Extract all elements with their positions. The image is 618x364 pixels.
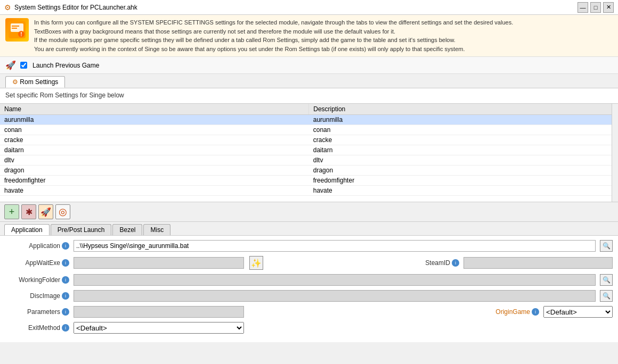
application-input[interactable] bbox=[74, 240, 596, 252]
rom-settings-tab[interactable]: ⚙ Rom Settings bbox=[5, 76, 65, 88]
discimage-browse-button[interactable]: 🔍 bbox=[600, 290, 613, 302]
steamid-input[interactable] bbox=[464, 257, 613, 269]
launch-icon: 🚀 bbox=[40, 207, 51, 217]
application-browse-button[interactable]: 🔍 bbox=[600, 240, 613, 252]
add-button[interactable]: + bbox=[4, 204, 19, 219]
minimize-button[interactable]: — bbox=[578, 2, 588, 13]
info-text: In this form you can configure all the S… bbox=[34, 18, 513, 53]
row-description: aurunmilla bbox=[309, 115, 618, 125]
origingame-info[interactable]: i bbox=[532, 308, 539, 316]
discimage-info[interactable]: i bbox=[62, 292, 69, 300]
table-row[interactable]: crackecracke bbox=[0, 135, 618, 145]
plus-icon: + bbox=[9, 206, 15, 218]
tab-misc[interactable]: Misc bbox=[143, 224, 170, 235]
parameters-info[interactable]: i bbox=[62, 308, 69, 316]
row-name: daitarn bbox=[0, 145, 309, 155]
sparkle-button[interactable]: ✨ bbox=[249, 256, 263, 270]
exitmethod-label: ExitMethod i bbox=[5, 324, 69, 332]
workingfolder-browse-button[interactable]: 🔍 bbox=[600, 274, 613, 286]
target-button[interactable]: ◎ bbox=[55, 204, 70, 219]
close-button[interactable]: ✕ bbox=[603, 2, 614, 13]
svg-text:!: ! bbox=[20, 31, 22, 37]
appwaitexe-input[interactable] bbox=[74, 257, 244, 269]
discimage-label: DiscImage i bbox=[5, 292, 69, 300]
workingfolder-input[interactable] bbox=[74, 274, 596, 286]
parameters-input[interactable] bbox=[74, 306, 244, 318]
table-container[interactable]: Name Description aurunmillaaurunmillacon… bbox=[0, 104, 618, 202]
steamid-info[interactable]: i bbox=[452, 259, 459, 267]
maximize-button[interactable]: □ bbox=[590, 2, 601, 13]
row-name: aurunmilla bbox=[0, 115, 309, 125]
table-row[interactable]: havatehavate bbox=[0, 186, 618, 196]
steamid-label: SteamID i bbox=[425, 259, 459, 267]
appwaitexe-info[interactable]: i bbox=[62, 259, 69, 267]
application-info[interactable]: i bbox=[62, 242, 69, 250]
title-left: ⚙ System Settings Editor for PCLauncher.… bbox=[4, 3, 137, 12]
titlebar: ⚙ System Settings Editor for PCLauncher.… bbox=[0, 0, 618, 15]
row-name: freedomfighter bbox=[0, 176, 309, 186]
launch-previous-checkbox[interactable] bbox=[20, 62, 27, 69]
origingame-label: OriginGame i bbox=[495, 308, 539, 316]
parameters-label: Parameters i bbox=[5, 308, 69, 316]
app-icon: ⚙ bbox=[4, 3, 11, 12]
workingfolder-info[interactable]: i bbox=[62, 276, 69, 284]
row-name: dltv bbox=[0, 155, 309, 166]
rom-tab-strip: ⚙ Rom Settings bbox=[0, 74, 618, 88]
launch-previous-label[interactable]: Launch Previous Game bbox=[32, 62, 99, 69]
info-icon: ! bbox=[5, 18, 29, 42]
form-area: Application i 🔍 AppWaitExe i ✨ SteamID i… bbox=[0, 236, 618, 342]
row-description: cracke bbox=[309, 135, 618, 145]
discimage-input[interactable] bbox=[74, 290, 596, 302]
origingame-select[interactable]: <Default> bbox=[543, 306, 613, 318]
rom-section: Set specific Rom Settings for Singe belo… bbox=[0, 88, 618, 104]
rom-icon: ⚙ bbox=[12, 78, 18, 86]
tab-pre-post-launch[interactable]: Pre/Post Launch bbox=[51, 224, 112, 235]
info-line-1: In this form you can configure all the S… bbox=[34, 18, 513, 27]
table-row[interactable]: freedomfighterfreedomfighter bbox=[0, 176, 618, 186]
exitmethod-select[interactable]: <Default> bbox=[74, 322, 244, 334]
table-row[interactable]: dltvdltv bbox=[0, 155, 618, 166]
row-description: havate bbox=[309, 186, 618, 196]
table-scrollbar[interactable] bbox=[612, 104, 618, 202]
parameters-row: Parameters i OriginGame i <Default> bbox=[5, 306, 613, 318]
remove-icon: ✱ bbox=[26, 207, 32, 217]
search-icon: 🔍 bbox=[603, 242, 611, 250]
table-row[interactable]: dragondragon bbox=[0, 166, 618, 176]
info-line-4: You are currently working in the context… bbox=[34, 45, 513, 54]
launch-button[interactable]: 🚀 bbox=[38, 204, 53, 219]
row-description: conan bbox=[309, 125, 618, 135]
col-description: Description bbox=[309, 104, 618, 115]
target-icon: ◎ bbox=[59, 206, 67, 218]
application-label: Application i bbox=[5, 242, 69, 250]
search-icon-2: 🔍 bbox=[603, 276, 611, 284]
toolbar: 🚀 Launch Previous Game bbox=[0, 57, 618, 74]
svg-rect-3 bbox=[12, 28, 17, 29]
tab-bezel[interactable]: Bezel bbox=[112, 224, 142, 235]
appwaitexe-label: AppWaitExe i bbox=[5, 259, 69, 267]
window-title: System Settings Editor for PCLauncher.ah… bbox=[14, 4, 137, 11]
svg-rect-2 bbox=[12, 26, 19, 27]
workingfolder-row: WorkingFolder i 🔍 bbox=[5, 274, 613, 286]
exitmethod-info[interactable]: i bbox=[62, 324, 69, 332]
row-name: havate bbox=[0, 186, 309, 196]
sparkle-icon: ✨ bbox=[251, 258, 262, 268]
table-row[interactable]: aurunmillaaurunmilla bbox=[0, 115, 618, 125]
appwaitexe-row: AppWaitExe i ✨ SteamID i bbox=[5, 256, 613, 270]
info-line-3: If the module supports per game specific… bbox=[34, 36, 513, 45]
row-name: cracke bbox=[0, 135, 309, 145]
table-row[interactable]: daitarndaitarn bbox=[0, 145, 618, 155]
bottom-tab-strip: Application Pre/Post Launch Bezel Misc bbox=[0, 222, 618, 236]
title-controls: — □ ✕ bbox=[578, 2, 614, 13]
rom-section-title: Set specific Rom Settings for Singe belo… bbox=[5, 92, 613, 99]
application-row: Application i 🔍 bbox=[5, 240, 613, 252]
tab-application[interactable]: Application bbox=[4, 224, 50, 235]
row-description: daitarn bbox=[309, 145, 618, 155]
info-line-2: TextBoxes with a gray background means t… bbox=[34, 27, 513, 36]
rocket-icon: 🚀 bbox=[5, 60, 16, 70]
discimage-row: DiscImage i 🔍 bbox=[5, 290, 613, 302]
table-row[interactable]: conanconan bbox=[0, 125, 618, 135]
exitmethod-row: ExitMethod i <Default> bbox=[5, 322, 613, 334]
rom-table: Name Description aurunmillaaurunmillacon… bbox=[0, 104, 618, 196]
remove-button[interactable]: ✱ bbox=[21, 204, 36, 219]
info-panel: ! In this form you can configure all the… bbox=[0, 15, 618, 57]
